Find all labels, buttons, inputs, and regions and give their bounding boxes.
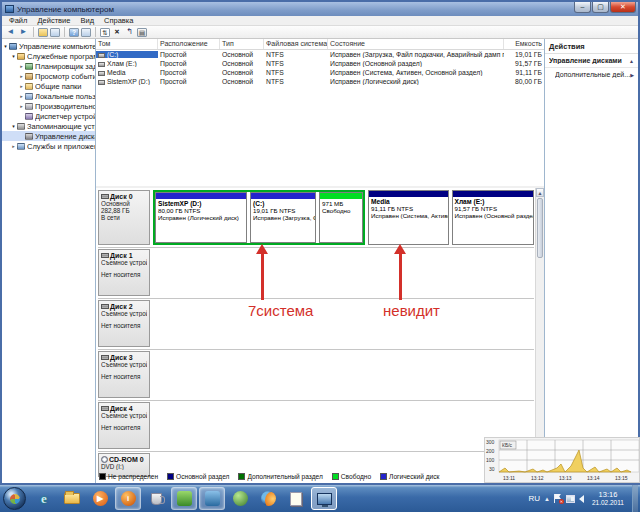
partition-free-space[interactable]: 971 МБ Свободно xyxy=(319,192,363,243)
disk-icon xyxy=(101,355,109,360)
legend-extended: Дополнительный раздел xyxy=(238,473,322,480)
volume-row-c[interactable]: (C:) Простой Основной NTFS Исправен (Заг… xyxy=(96,50,544,59)
disk2-label[interactable]: Диск 2 Съемное устройство Нет носителя xyxy=(98,300,150,347)
disk-icon xyxy=(101,253,109,258)
menu-action[interactable]: Действие xyxy=(32,16,75,25)
computer-management-taskbar-icon[interactable] xyxy=(311,487,337,510)
column-status[interactable]: Состояние xyxy=(328,39,504,49)
cup-app-icon[interactable] xyxy=(143,487,169,510)
chevron-down-icon[interactable]: ▾ xyxy=(10,53,17,59)
help-icon[interactable]: ? xyxy=(69,28,79,37)
menu-bar: Файл Действие Вид Справка xyxy=(2,16,638,26)
y-tick-300: 300 xyxy=(486,439,495,445)
chevron-down-icon[interactable]: ▾ xyxy=(10,123,17,129)
media-player-icon[interactable]: ▶ xyxy=(87,487,113,510)
title-bar[interactable]: Управление компьютером – ▢ ✕ xyxy=(2,2,638,16)
green-app-icon[interactable] xyxy=(171,487,197,510)
actions-group-disk-management[interactable]: Управление дисками ▲ xyxy=(545,54,638,68)
tree-item-performance[interactable]: ▸ Производительность xyxy=(2,101,95,111)
dragon-app-icon[interactable] xyxy=(227,487,253,510)
partition-hlam[interactable]: Хлам (E:) 91,57 ГБ NTFS Исправен (Основн… xyxy=(452,190,534,245)
close-button[interactable]: ✕ xyxy=(610,2,636,13)
chevron-right-icon[interactable]: ▸ xyxy=(10,143,17,149)
tree-root-computer-management[interactable]: ▾ Управление компьютером (локальным) xyxy=(2,41,95,51)
volume-row-sistemxp[interactable]: SistemXP (D:) Простой Основной NTFS Испр… xyxy=(96,77,544,86)
vertical-scrollbar[interactable]: ▲ ▼ xyxy=(535,188,544,470)
tree-item-storage[interactable]: ▾ Запоминающие устройства xyxy=(2,121,95,131)
system-tools-icon xyxy=(17,53,25,60)
volume-icon xyxy=(98,62,105,67)
column-layout[interactable]: Расположение xyxy=(158,39,220,49)
submenu-arrow-icon[interactable]: ▶ xyxy=(630,72,634,78)
column-filesystem[interactable]: Файловая система xyxy=(264,39,328,49)
info-app-icon[interactable]: i xyxy=(115,487,141,510)
partition-c[interactable]: (C:) 19,01 ГБ NTFS Исправен (Загрузка, Ф… xyxy=(250,192,316,243)
minimize-button[interactable]: – xyxy=(574,2,591,13)
refresh-icon[interactable]: ⇅ xyxy=(100,28,110,37)
partition-media[interactable]: Media 91,11 ГБ NTFS Исправен (Система, А… xyxy=(368,190,449,245)
shared-folders-icon xyxy=(25,83,33,90)
show-tree-icon[interactable] xyxy=(38,28,48,37)
tree-item-shared-folders[interactable]: ▸ Общие папки xyxy=(2,81,95,91)
volume-row-media[interactable]: Media Простой Основной NTFS Исправен (Си… xyxy=(96,68,544,77)
network-traffic-graph: 300 200 100 30 КБ/с 13:11 13:12 13:13 13… xyxy=(484,437,640,483)
chevron-right-icon[interactable]: ▸ xyxy=(18,83,25,89)
tray-expand-icon[interactable]: ▲ xyxy=(544,496,550,502)
chevron-right-icon[interactable]: ▸ xyxy=(18,73,25,79)
console-tree: ▾ Управление компьютером (локальным) ▾ С… xyxy=(2,39,96,483)
action-center-flag-icon[interactable]: ✕ xyxy=(554,494,562,503)
legend-unallocated: Не распределен xyxy=(99,473,158,480)
menu-view[interactable]: Вид xyxy=(75,16,99,25)
volume-speaker-icon[interactable] xyxy=(579,495,584,503)
disk0-label[interactable]: Диск 0 Основной 282,88 ГБ В сети xyxy=(98,190,150,245)
caption-buttons: – ▢ ✕ xyxy=(573,2,636,13)
start-button[interactable] xyxy=(3,487,26,510)
y-tick-100: 100 xyxy=(486,457,495,463)
internet-explorer-icon[interactable]: e xyxy=(31,487,57,510)
disk-icon xyxy=(101,304,109,309)
chevron-right-icon[interactable]: ▸ xyxy=(18,93,25,99)
menu-file[interactable]: Файл xyxy=(4,16,32,25)
tree-item-task-scheduler[interactable]: ▸ Планировщик заданий xyxy=(2,61,95,71)
notes-app-icon[interactable] xyxy=(283,487,309,510)
disk3-label[interactable]: Диск 3 Съемное устройство Нет носителя xyxy=(98,351,150,398)
show-desktop-button[interactable] xyxy=(632,485,638,512)
actions-more-actions[interactable]: Дополнительные дей... ▶ xyxy=(545,68,638,81)
tree-item-disk-management[interactable]: Управление дисками xyxy=(2,131,95,141)
delete-volume-icon[interactable]: ✕ xyxy=(112,28,122,37)
properties-icon[interactable]: ▤ xyxy=(137,28,147,37)
scrollbar-thumb[interactable] xyxy=(537,198,543,258)
column-volume[interactable]: Том xyxy=(96,39,158,49)
volume-row-hlam[interactable]: Хлам (E:) Простой Основной NTFS Исправен… xyxy=(96,59,544,68)
console-window-icon[interactable] xyxy=(50,28,60,37)
collapse-icon[interactable]: ▲ xyxy=(629,58,634,64)
column-capacity[interactable]: Емкость xyxy=(504,39,544,49)
disk4-row: Диск 4 Съемное устройство Нет носителя xyxy=(98,402,534,452)
chevron-down-icon[interactable]: ▾ xyxy=(2,43,9,49)
tree-item-local-users[interactable]: ▸ Локальные пользователи xyxy=(2,91,95,101)
forward-icon[interactable]: ► xyxy=(18,27,29,38)
x-tick-3: 13:13 xyxy=(559,475,572,481)
tree-item-device-manager[interactable]: Диспетчер устройств xyxy=(2,111,95,121)
partition-sistemxp[interactable]: SistemXP (D:) 80,00 ГБ NTFS Исправен (Ло… xyxy=(155,192,247,243)
language-indicator[interactable]: RU xyxy=(528,494,540,503)
menu-help[interactable]: Справка xyxy=(99,16,138,25)
column-type[interactable]: Тип xyxy=(220,39,264,49)
chevron-right-icon[interactable]: ▸ xyxy=(18,103,25,109)
tree-item-event-viewer[interactable]: ▸ Просмотр событий xyxy=(2,71,95,81)
back-icon[interactable]: ◄ xyxy=(5,27,16,38)
firefox-icon[interactable] xyxy=(255,487,281,510)
blue-app-icon[interactable] xyxy=(199,487,225,510)
disk4-label[interactable]: Диск 4 Съемное устройство Нет носителя xyxy=(98,402,150,449)
tree-item-system-tools[interactable]: ▾ Служебные программы xyxy=(2,51,95,61)
explorer-folder-icon[interactable] xyxy=(59,487,85,510)
disk1-label[interactable]: Диск 1 Съемное устройство Нет носителя xyxy=(98,249,150,296)
tree-item-services[interactable]: ▸ Службы и приложения xyxy=(2,141,95,151)
undo-icon[interactable]: ↰ xyxy=(124,27,135,38)
chevron-right-icon[interactable]: ▸ xyxy=(18,63,25,69)
maximize-button[interactable]: ▢ xyxy=(592,2,609,13)
panes-icon[interactable] xyxy=(81,28,91,37)
volume-icon xyxy=(98,71,105,76)
clock[interactable]: 13:16 21.02.2011 xyxy=(588,490,628,508)
scroll-up-icon[interactable]: ▲ xyxy=(536,188,544,197)
